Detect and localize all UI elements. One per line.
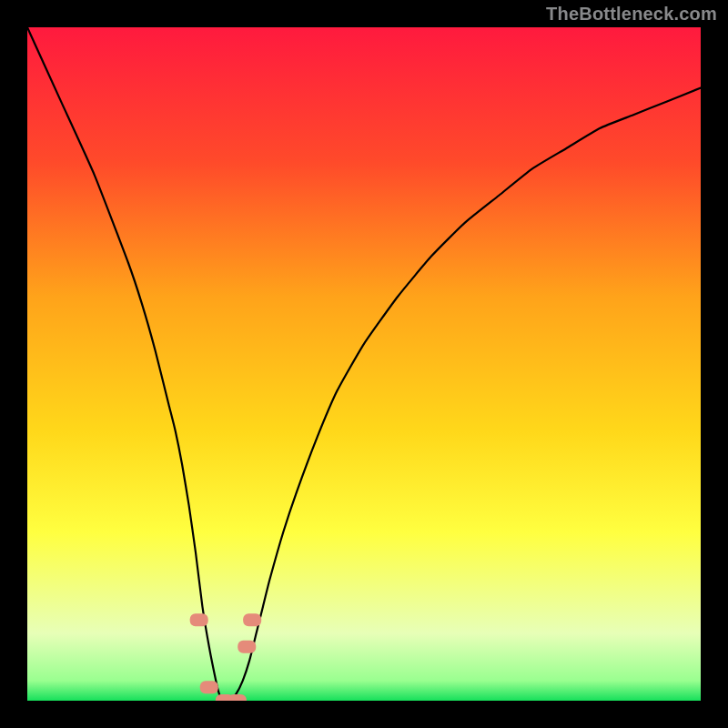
curve-marker bbox=[243, 613, 261, 626]
chart-frame: TheBottleneck.com bbox=[0, 0, 728, 728]
bottleneck-curve bbox=[27, 27, 701, 701]
plot-area bbox=[27, 27, 701, 701]
watermark-text: TheBottleneck.com bbox=[546, 4, 717, 25]
curve-marker bbox=[200, 681, 218, 693]
curve-marker bbox=[238, 641, 256, 653]
curve-marker bbox=[228, 694, 247, 701]
curve-marker bbox=[190, 613, 208, 626]
curve-layer bbox=[27, 27, 701, 701]
